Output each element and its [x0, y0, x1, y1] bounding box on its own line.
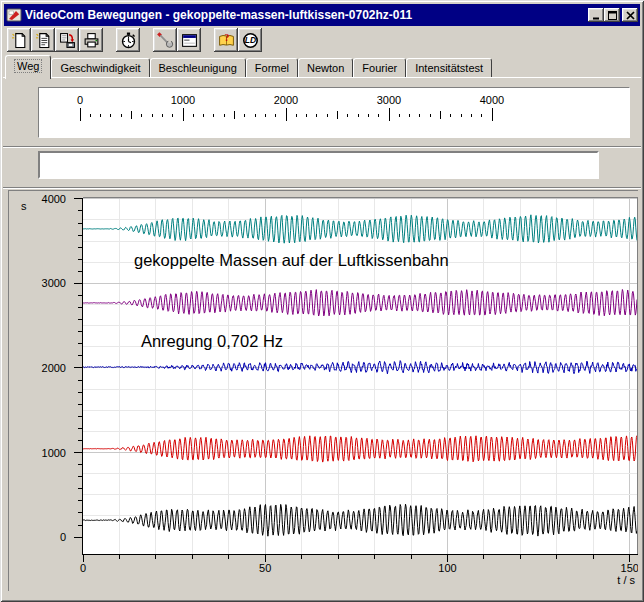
svg-text:3000: 3000 — [377, 94, 401, 106]
svg-text:100: 100 — [438, 562, 456, 574]
tab-label: Formel — [255, 62, 289, 74]
toolbar: ? LD — [7, 28, 275, 54]
new-measurement-button[interactable] — [7, 28, 31, 52]
tab-newton[interactable]: Newton — [298, 58, 353, 77]
window-controls — [588, 8, 638, 22]
maximize-icon — [608, 11, 617, 20]
svg-text:1000: 1000 — [42, 447, 66, 459]
display-settings-button[interactable] — [177, 28, 201, 52]
chart-annotation: gekoppelte Massen auf der Luftkissenbahn — [134, 251, 449, 269]
measure-button-group — [116, 28, 140, 52]
settings-button[interactable] — [153, 28, 177, 52]
tab-label: Fourier — [362, 62, 397, 74]
tab-label: Beschleunigung — [159, 62, 237, 74]
svg-text:t / s: t / s — [617, 574, 635, 586]
open-file-button[interactable] — [31, 28, 55, 52]
blank-page-icon — [11, 32, 28, 49]
close-button[interactable] — [622, 8, 638, 22]
maximize-button[interactable] — [604, 8, 620, 22]
chart-panel: 01000200030004000050100150st / sgekoppel… — [8, 190, 638, 591]
svg-text:0: 0 — [80, 562, 86, 574]
tab-formel[interactable]: Formel — [246, 58, 298, 77]
tab-label: Intensitätstest — [415, 62, 483, 74]
close-icon — [626, 11, 635, 20]
stopwatch-icon — [120, 32, 137, 49]
tab-intensitaetstest[interactable]: Intensitätstest — [406, 58, 492, 77]
svg-text:150: 150 — [621, 562, 638, 574]
minimize-icon — [592, 11, 601, 20]
tab-beschleunigung[interactable]: Beschleunigung — [150, 58, 246, 77]
tab-geschwindigkeit[interactable]: Geschwindigkeit — [51, 58, 149, 77]
svg-text:0: 0 — [60, 531, 66, 543]
document-lines-icon — [35, 32, 52, 49]
settings-button-group — [153, 28, 201, 52]
save-disk-arrow-icon — [59, 32, 76, 49]
tab-label: Newton — [307, 62, 344, 74]
tab-weg[interactable]: Weg — [5, 55, 51, 79]
tab-label: Geschwindigkeit — [60, 62, 140, 74]
svg-text:0: 0 — [77, 94, 83, 106]
help-book-icon: ? — [218, 32, 235, 49]
divider — [3, 187, 641, 189]
tab-bar: Weg Geschwindigkeit Beschleunigung Forme… — [5, 54, 492, 78]
svg-text:1000: 1000 — [171, 94, 195, 106]
print-button[interactable] — [79, 28, 103, 52]
scale-ruler-ticks: 01000200030004000 — [39, 88, 627, 135]
about-ld-button[interactable]: LD — [238, 28, 262, 52]
save-file-button[interactable] — [55, 28, 79, 52]
svg-text:4000: 4000 — [42, 193, 66, 205]
minimize-button[interactable] — [588, 8, 604, 22]
svg-text:3000: 3000 — [42, 277, 66, 289]
divider — [3, 146, 641, 148]
chart-annotation: Anregung 0,702 Hz — [141, 332, 283, 350]
svg-text:s: s — [21, 200, 27, 212]
help-button-group: ? LD — [214, 28, 262, 52]
chart-plot-area[interactable]: 01000200030004000050100150st / sgekoppel… — [9, 191, 638, 591]
app-window: VideoCom Bewegungen - gekoppelte-massen-… — [0, 0, 644, 602]
svg-text:?: ? — [224, 32, 229, 43]
videocom-app-icon — [6, 7, 22, 23]
svg-text:2000: 2000 — [42, 362, 66, 374]
svg-text:4000: 4000 — [480, 94, 504, 106]
tools-icon — [157, 32, 174, 49]
window-icon — [181, 32, 198, 49]
scale-ruler: 01000200030004000 — [38, 87, 630, 138]
start-stop-measurement-button[interactable] — [116, 28, 140, 52]
titlebar[interactable]: VideoCom Bewegungen - gekoppelte-massen-… — [4, 4, 640, 26]
svg-text:LD: LD — [244, 35, 255, 45]
svg-text:2000: 2000 — [274, 94, 298, 106]
file-button-group — [7, 28, 103, 52]
help-button[interactable]: ? — [214, 28, 238, 52]
tab-label: Weg — [15, 60, 41, 72]
window-title: VideoCom Bewegungen - gekoppelte-massen-… — [25, 8, 585, 22]
svg-text:50: 50 — [259, 562, 271, 574]
tab-fourier[interactable]: Fourier — [353, 58, 406, 77]
formula-input[interactable] — [38, 151, 599, 179]
ld-logo-icon: LD — [242, 32, 259, 49]
printer-icon — [83, 32, 100, 49]
